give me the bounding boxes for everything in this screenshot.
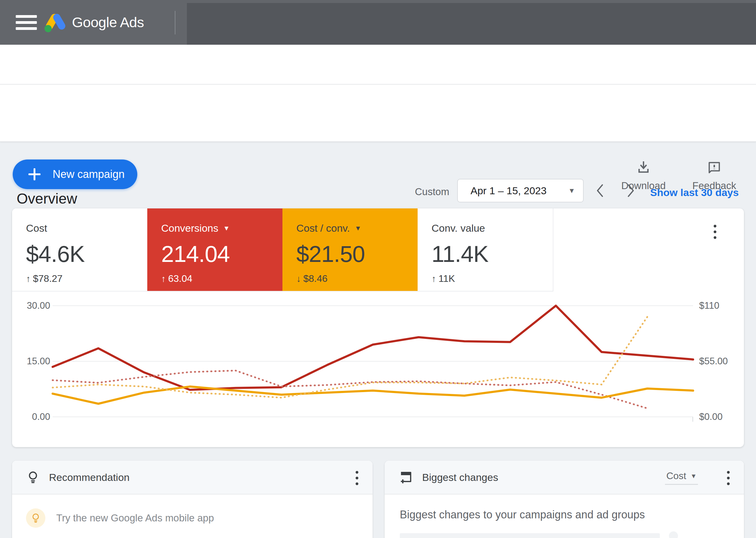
new-campaign-label: New campaign	[53, 168, 125, 181]
filter-bar: Workspace filter Campaign status: Enable…	[0, 45, 756, 84]
metric-selector-dropdown[interactable]: Cost ▼	[665, 470, 698, 485]
biggest-changes-menu-icon[interactable]	[727, 471, 730, 488]
scorecard-label: Conv. value	[431, 222, 485, 234]
overview-chart-card: Cost▼ $4.6K ↑$78.27 Conversions▼ 214.04 …	[12, 208, 744, 447]
scorecard-conv-value[interactable]: Conv. value▼ 11.4K ↑11K	[417, 208, 553, 291]
recommendation-menu-icon[interactable]	[356, 471, 359, 488]
delta-arrow-icon: ↑	[26, 274, 31, 284]
dropdown-arrow-icon: ▼	[568, 187, 575, 195]
recommendation-card-title: Recommendation	[49, 471, 129, 483]
scorecard-delta: 63.04	[168, 273, 192, 284]
download-button[interactable]: Download	[619, 160, 668, 191]
download-icon	[636, 160, 651, 175]
right-axis-tick: $0.00	[699, 411, 741, 423]
biggest-changes-heading: Biggest changes to your campaigns and ad…	[400, 509, 645, 521]
delta-arrow-icon: ↓	[296, 274, 301, 284]
scorecard-conversions[interactable]: Conversions▼ 214.04 ↑63.04	[147, 208, 283, 291]
biggest-changes-card-title: Biggest changes	[422, 471, 498, 483]
recommendation-card: Recommendation Try the new Google Ads mo…	[12, 461, 373, 538]
performance-line-chart[interactable]	[53, 306, 693, 417]
right-axis-tick: $110	[699, 300, 741, 311]
dropdown-arrow-icon: ▼	[223, 225, 230, 232]
page-title: Overview	[17, 190, 77, 207]
scorecard-value: 214.04	[161, 241, 283, 267]
axis-end-tick	[692, 417, 693, 422]
left-axis-tick: 30.00	[18, 300, 50, 311]
google-ads-overview-page: Google Ads Workspace filter Campaign sta…	[0, 0, 756, 538]
feedback-icon	[707, 160, 722, 175]
date-range-value: Apr 1 – 15, 2023	[471, 185, 546, 197]
left-axis-tick: 0.00	[18, 411, 50, 423]
scorecard-label: Cost / conv.	[296, 222, 350, 234]
feedback-label: Feedback	[690, 180, 738, 191]
hamburger-menu-icon[interactable]	[16, 15, 37, 30]
recommendation-item-text: Try the new Google Ads mobile app	[56, 512, 214, 524]
date-range-type-label: Custom	[415, 186, 449, 197]
recommendation-item[interactable]: Try the new Google Ads mobile app	[26, 509, 214, 528]
biggest-changes-card: Biggest changes Cost ▼ Biggest changes t…	[385, 461, 744, 538]
scorecard-value: $4.6K	[26, 241, 147, 267]
download-label: Download	[619, 180, 668, 191]
scorecard-delta: $78.27	[33, 273, 63, 284]
lightbulb-glow	[26, 509, 45, 528]
google-ads-logo-icon	[44, 12, 67, 32]
topbar-content-area	[187, 3, 756, 45]
date-range-picker[interactable]: Apr 1 – 15, 2023 ▼	[457, 179, 584, 202]
chart-line-cost-per-conv-current	[53, 387, 693, 404]
truncated-row-placeholder-dot	[669, 531, 678, 538]
dropdown-arrow-icon: ▼	[355, 225, 361, 232]
previous-period-chevron-icon[interactable]	[593, 183, 607, 199]
biggest-changes-card-header: Biggest changes Cost ▼	[385, 461, 744, 495]
scorecard-cost-per-conv[interactable]: Cost / conv.▼ $21.50 ↓$8.46	[283, 208, 417, 291]
chart-line-cost-per-conv-previous	[53, 317, 648, 398]
metric-selector-value: Cost	[666, 470, 686, 481]
product-name: Google Ads	[72, 14, 144, 30]
chart-line-conversions-current	[53, 306, 693, 390]
plus-icon	[29, 168, 40, 180]
delta-arrow-icon: ↑	[431, 274, 436, 284]
page-header: Overview Custom Apr 1 – 15, 2023 ▼ Show …	[0, 84, 756, 142]
scorecard-value: $21.50	[296, 241, 417, 267]
right-axis-tick: $55.00	[699, 355, 741, 367]
scorecard-value: 11.4K	[431, 241, 553, 267]
recommendation-card-header: Recommendation	[12, 461, 373, 495]
feedback-button[interactable]: Feedback	[690, 160, 738, 191]
scorecard-label: Cost	[26, 222, 47, 234]
scorecard-label: Conversions	[161, 222, 218, 234]
scorecard-divider-horizontal	[12, 291, 553, 292]
topbar: Google Ads	[0, 0, 756, 45]
scorecard-delta: $8.46	[303, 273, 328, 284]
scorecard-cost[interactable]: Cost▼ $4.6K ↑$78.27	[12, 208, 147, 291]
dropdown-arrow-icon: ▼	[690, 472, 697, 480]
lightbulb-icon	[26, 470, 40, 484]
truncated-row-placeholder	[400, 533, 660, 538]
scorecard-divider-vertical	[553, 208, 553, 291]
scorecard-delta: 11K	[438, 273, 455, 284]
topbar-divider	[175, 11, 175, 34]
left-axis-tick: 15.00	[18, 355, 50, 367]
chart-line-conversions-previous	[53, 371, 648, 408]
lightbulb-icon	[30, 512, 41, 523]
new-campaign-button[interactable]: New campaign	[13, 159, 137, 189]
chart-overflow-menu-icon[interactable]	[714, 225, 717, 242]
delta-arrow-icon: ↑	[161, 274, 166, 284]
window-plus-icon	[399, 470, 413, 485]
